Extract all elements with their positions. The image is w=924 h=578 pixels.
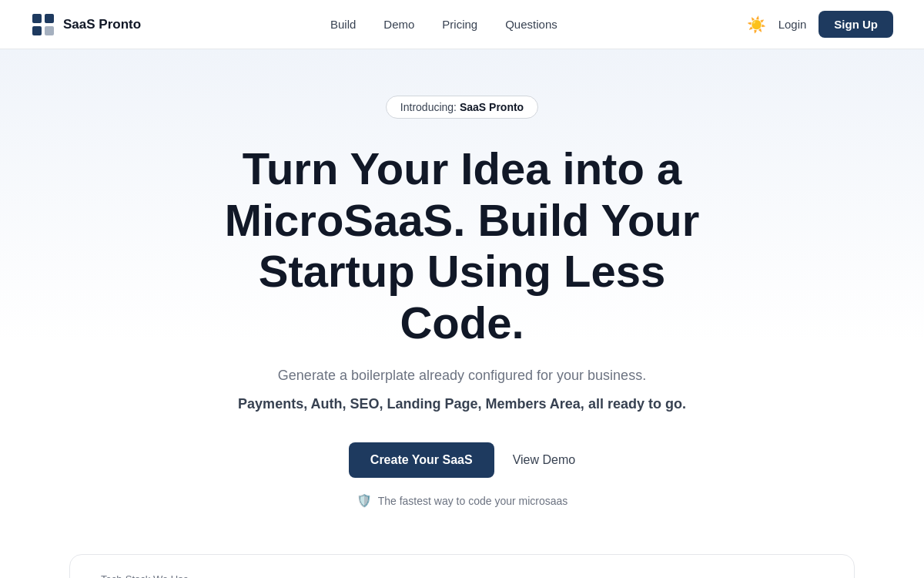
create-saas-button[interactable]: Create Your SaaS (349, 442, 494, 478)
nav-link-demo[interactable]: Demo (383, 18, 414, 31)
navbar: SaaS Pronto Build Demo Pricing Questions… (0, 0, 924, 49)
svg-rect-2 (32, 26, 42, 35)
view-demo-button[interactable]: View Demo (513, 453, 576, 467)
nav-links: Build Demo Pricing Questions (330, 18, 557, 31)
hero-title-line3: Startup Using Less Code. (259, 246, 666, 348)
login-button[interactable]: Login (778, 18, 807, 31)
tech-stack-section: Tech-Stack We Use N Next.js (framework) … (69, 554, 855, 578)
nav-link-questions[interactable]: Questions (505, 18, 557, 31)
logo-icon (31, 12, 55, 37)
hero-subtitle-bold: Payments, Auth, SEO, Landing Page, Membe… (223, 393, 701, 415)
badge-prefix: Introducing: (400, 101, 460, 113)
nav-link-build[interactable]: Build (330, 18, 356, 31)
logo[interactable]: SaaS Pronto (31, 12, 141, 37)
hero-subtitle: Generate a boilerplate already configure… (223, 365, 701, 387)
sun-icon: ☀️ (747, 15, 766, 34)
logo-text: SaaS Pronto (63, 17, 141, 32)
nav-right: ☀️ Login Sign Up (747, 11, 893, 38)
svg-rect-1 (45, 14, 54, 23)
signup-button[interactable]: Sign Up (819, 11, 893, 38)
badge-name: SaaS Pronto (460, 101, 524, 113)
hero-title-bold: Build Your (477, 195, 699, 245)
theme-toggle-button[interactable]: ☀️ (747, 15, 766, 34)
svg-rect-3 (45, 26, 54, 35)
hero-tagline: 🛡️ The fastest way to code your microsaa… (31, 493, 893, 508)
hero-title-line1: Turn Your Idea into aMicroSaaS. Build Yo… (225, 143, 700, 348)
hero-cta-group: Create Your SaaS View Demo (31, 442, 893, 478)
tech-stack-title: Tech-Stack We Use (101, 573, 823, 578)
intro-badge: Introducing: SaaS Pronto (386, 96, 538, 119)
tagline-shield-icon: 🛡️ (357, 493, 372, 508)
svg-rect-0 (32, 14, 42, 23)
hero-section: Introducing: SaaS Pronto Turn Your Idea … (0, 49, 924, 539)
hero-title: Turn Your Idea into aMicroSaaS. Build Yo… (192, 143, 732, 349)
nav-link-pricing[interactable]: Pricing (442, 18, 477, 31)
tagline-text: The fastest way to code your microsaas (378, 495, 568, 507)
